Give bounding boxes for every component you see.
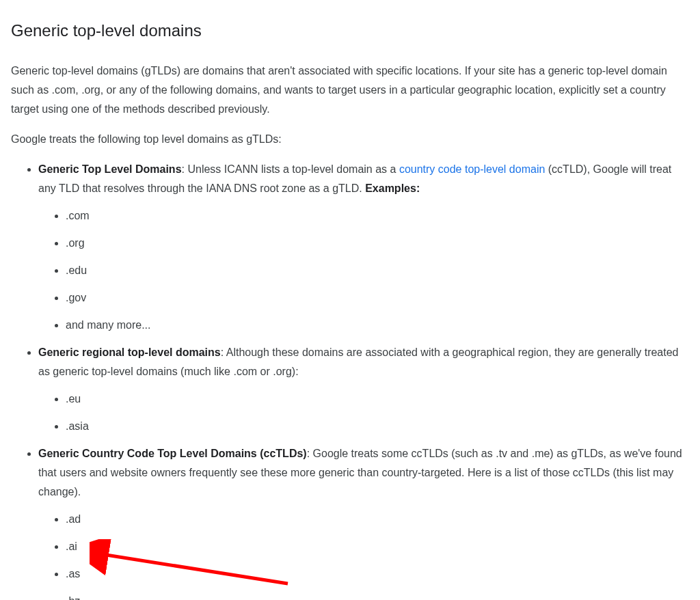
intro-paragraph: Generic top-level domains (gTLDs) are do… [11, 62, 689, 119]
list-item: .ad [66, 510, 689, 529]
list-item: .gov [66, 288, 689, 308]
list-item: .asia [66, 417, 689, 436]
list-item: .ai [66, 537, 689, 556]
main-list: Generic Top Level Domains: Unless ICANN … [11, 160, 689, 600]
list-item: .bz [66, 592, 689, 600]
cctld-examples-list: .ad .ai .as .bz [38, 510, 689, 600]
list-item: .edu [66, 261, 689, 280]
list-item: .org [66, 234, 689, 253]
page-heading: Generic top-level domains [11, 16, 689, 45]
list-item-cctld: Generic Country Code Top Level Domains (… [38, 444, 689, 600]
list-item: .com [66, 206, 689, 226]
gtld-desc-before: : Unless ICANN lists a top-level domain … [182, 163, 399, 175]
cctld-title: Generic Country Code Top Level Domains (… [38, 448, 307, 459]
regional-examples-list: .eu .asia [38, 390, 689, 436]
list-item-gtld: Generic Top Level Domains: Unless ICANN … [38, 160, 689, 335]
list-item-regional: Generic regional top-level domains: Alth… [38, 343, 689, 436]
lead-in-text: Google treats the following top level do… [11, 130, 689, 149]
list-item: .eu [66, 390, 689, 409]
gtld-examples-list: .com .org .edu .gov and many more... [38, 206, 689, 335]
list-item: .as [66, 564, 689, 584]
list-item: and many more... [66, 316, 689, 335]
cctld-link[interactable]: country code top-level domain [399, 163, 545, 175]
examples-label: Examples: [365, 182, 420, 194]
regional-title: Generic regional top-level domains [38, 346, 221, 358]
gtld-title: Generic Top Level Domains [38, 163, 182, 175]
